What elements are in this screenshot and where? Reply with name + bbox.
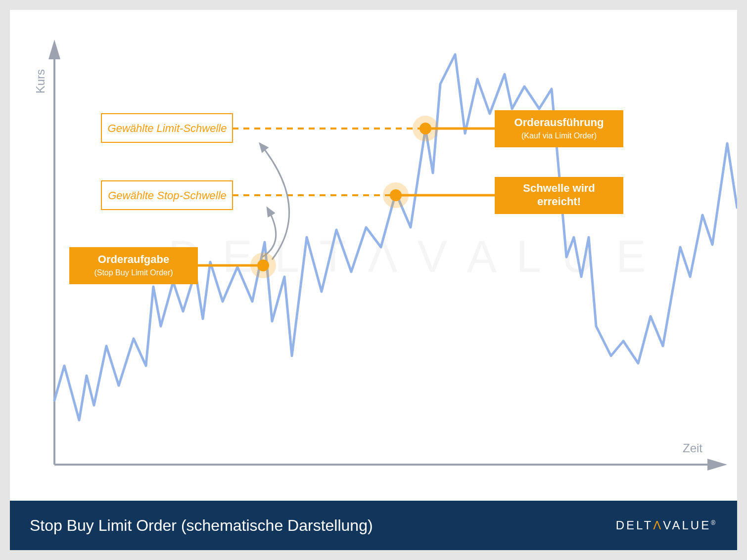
- brand-logo: DELTΛVALUE®: [616, 518, 717, 532]
- y-axis-arrowhead: [48, 40, 60, 59]
- footer-bar: Stop Buy Limit Order (schematische Darst…: [10, 501, 737, 550]
- order-placed-title: Orderaufgabe: [98, 253, 169, 265]
- x-axis-label: Zeit: [683, 441, 702, 455]
- x-axis-arrowhead: [707, 459, 727, 471]
- diagram-frame: D E L T Λ V A L U E Kurs Zeit: [10, 10, 737, 550]
- chart-area: D E L T Λ V A L U E Kurs Zeit: [10, 10, 737, 501]
- stop-reached-line2: erreicht!: [537, 195, 581, 208]
- chart-svg: D E L T Λ V A L U E Kurs Zeit: [10, 10, 737, 501]
- footer-title: Stop Buy Limit Order (schematische Darst…: [30, 517, 373, 535]
- brand-accent: Λ: [653, 518, 663, 532]
- brand-prefix: DELT: [616, 518, 654, 532]
- brand-suffix: VALUE: [663, 518, 711, 532]
- stop-reached-line1: Schwelle wird: [523, 182, 595, 194]
- limit-threshold-label: Gewählte Limit-Schwelle: [108, 122, 227, 134]
- execution-title: Orderausführung: [514, 116, 604, 129]
- order-placed-dot: [257, 259, 269, 271]
- y-axis-label: Kurs: [34, 69, 47, 93]
- brand-registered: ®: [711, 519, 717, 526]
- stop-threshold-label: Gewählte Stop-Schwelle: [108, 189, 227, 202]
- order-placed-sub: (Stop Buy Limit Order): [94, 268, 173, 277]
- execution-sub: (Kauf via Limit Order): [521, 131, 597, 140]
